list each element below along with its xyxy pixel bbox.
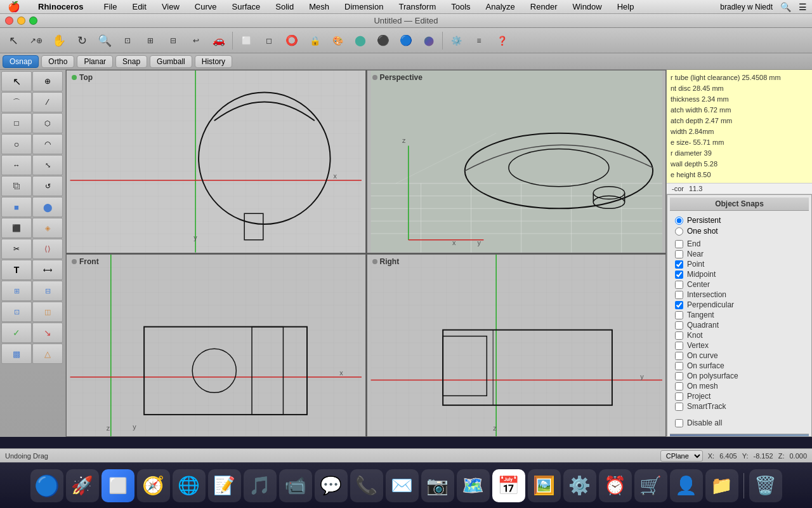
viewport-front[interactable]: Front x z y [66, 254, 366, 438]
menu-surface[interactable]: Surface [230, 2, 263, 11]
dock-mail[interactable]: ✉️ [386, 469, 419, 502]
dock-facetime[interactable]: 📹 [279, 469, 312, 502]
zoom-extents[interactable]: ⊞ [140, 30, 161, 51]
snap-point-cb[interactable] [675, 260, 683, 269]
join-lt[interactable]: ⟨⟩ [32, 239, 63, 259]
car-icon[interactable]: 🚗 [208, 30, 230, 51]
disable-all[interactable]: Disable all [670, 417, 809, 429]
arc-lt[interactable]: ◠ [32, 134, 63, 154]
rotate-tool[interactable]: ↻ [71, 30, 93, 51]
snap-center[interactable]: Center [675, 280, 804, 289]
color-ball[interactable]: ⬤ [350, 30, 371, 51]
menu-transform[interactable]: Transform [396, 2, 438, 11]
dock-files[interactable]: 📁 [705, 469, 738, 502]
cplane-select[interactable]: CPlane [660, 450, 703, 462]
minimize-button[interactable] [17, 17, 25, 25]
undo-tool[interactable]: ↩ [185, 30, 207, 51]
snap-onsurface[interactable]: On surface [675, 361, 804, 370]
maximize-button[interactable] [29, 17, 37, 25]
dock-messages[interactable]: 💬 [315, 469, 348, 502]
snap-midpoint-cb[interactable] [675, 271, 683, 279]
copy-lt[interactable]: ⿻ [1, 176, 32, 196]
viewport-perspective[interactable]: Perspective [367, 70, 667, 253]
dock-contacts[interactable]: 👤 [670, 469, 703, 502]
snap-intersection[interactable]: Intersection [675, 290, 804, 299]
snap-quadrant[interactable]: Quadrant [675, 321, 804, 330]
snap-intersection-cb[interactable] [675, 291, 683, 299]
snap-project[interactable]: Project [675, 392, 804, 401]
circle-lt[interactable]: ○ [1, 134, 32, 154]
layers-tool[interactable]: ≡ [468, 30, 490, 51]
history-button[interactable]: History [195, 55, 232, 68]
snap-oncurve[interactable]: On curve [675, 351, 804, 360]
snap-smarttrack[interactable]: SmartTrack [675, 402, 804, 411]
snap-perpendicular-cb[interactable] [675, 301, 683, 309]
thumb-1[interactable]: HilTrail... [670, 434, 809, 437]
layer-lt[interactable]: ⊞ [1, 281, 32, 301]
close-button[interactable] [5, 17, 13, 25]
lock-tool[interactable]: 🔒 [304, 30, 325, 51]
rect-lt[interactable]: □ [1, 113, 32, 133]
menu-tools[interactable]: Tools [449, 2, 473, 11]
snap-lt[interactable]: ⊡ [1, 302, 32, 322]
osnap-button[interactable]: Osnap [3, 55, 39, 68]
material-tool[interactable]: 🎨 [327, 30, 348, 51]
persistent-radio[interactable]: Persistent [675, 216, 804, 225]
snap-vertex-cb[interactable] [675, 342, 683, 350]
arrow-lt[interactable]: ↘ [32, 323, 63, 343]
menu-mesh[interactable]: Mesh [306, 2, 332, 11]
snap-onpolysurface[interactable]: On polysurface [675, 371, 804, 380]
curve-lt[interactable]: ⌒ [1, 92, 32, 112]
rotate-lt[interactable]: ↺ [32, 176, 63, 196]
dock-finder[interactable]: 🔵 [30, 469, 63, 502]
snap-near-cb[interactable] [675, 250, 683, 258]
menu-view[interactable]: View [159, 2, 182, 11]
dock-maps[interactable]: 🗺️ [457, 469, 490, 502]
fire-lt[interactable]: △ [32, 344, 63, 364]
dock-mission-control[interactable]: ⬜ [102, 469, 134, 502]
ortho-button[interactable]: Ortho [41, 55, 74, 68]
fillet-lt[interactable]: ◈ [32, 218, 63, 238]
surface-tool2[interactable]: ◻ [258, 30, 280, 51]
viewport-top[interactable]: Top [66, 70, 366, 253]
check-lt[interactable]: ✓ [1, 323, 32, 343]
persistent-radio-input[interactable] [675, 217, 683, 225]
dock-chrome[interactable]: 🌐 [173, 469, 206, 502]
snap-quadrant-cb[interactable] [675, 321, 683, 330]
move-lt[interactable]: ↔ [1, 155, 32, 175]
sphere-lt[interactable]: ⬤ [32, 197, 63, 217]
dock-launchpad[interactable]: 🚀 [66, 469, 99, 502]
select-lt[interactable]: ↖ [1, 71, 32, 91]
menu-render[interactable]: Render [528, 2, 560, 11]
help-btn[interactable]: ❓ [491, 30, 513, 51]
menu-window[interactable]: Window [570, 2, 604, 11]
box-lt[interactable]: ■ [1, 197, 32, 217]
poly-lt[interactable]: ⬡ [32, 113, 63, 133]
viewport-right[interactable]: Right y z [367, 254, 667, 438]
apple-menu[interactable]: 🍎 [5, 1, 23, 13]
snap-perpendicular[interactable]: Perpendicular [675, 300, 804, 309]
snap-near[interactable]: Near [675, 250, 804, 258]
line-lt[interactable]: ⁄ [32, 92, 63, 112]
dock-skype[interactable]: 📞 [350, 469, 383, 502]
material2[interactable]: 🔵 [395, 30, 417, 51]
snap-onpolysurface-cb[interactable] [675, 372, 683, 380]
menu-dimension[interactable]: Dimension [342, 2, 386, 11]
snap-onsurface-cb[interactable] [675, 362, 683, 370]
dock-sysprefs[interactable]: ⚙️ [563, 469, 596, 502]
point-lt[interactable]: ⊕ [32, 71, 63, 91]
zoom-selected[interactable]: ⊟ [162, 30, 184, 51]
snap-midpoint[interactable]: Midpoint [675, 270, 804, 279]
pan-tool[interactable]: ✋ [48, 30, 70, 51]
menu-analyze[interactable]: Analyze [483, 2, 518, 11]
zoom-window[interactable]: ⊡ [117, 30, 138, 51]
snap-tangent-cb[interactable] [675, 311, 683, 319]
select-group[interactable]: ↗⊕ [25, 30, 47, 51]
text-lt[interactable]: T [1, 260, 32, 280]
menu-list-icon[interactable]: ☰ [799, 2, 807, 12]
planar-button[interactable]: Planar [77, 55, 113, 68]
settings-tool[interactable]: ⚙️ [445, 30, 467, 51]
snap-knot[interactable]: Knot [675, 331, 804, 340]
snap-oncurve-cb[interactable] [675, 352, 683, 360]
menu-curve[interactable]: Curve [192, 2, 219, 11]
